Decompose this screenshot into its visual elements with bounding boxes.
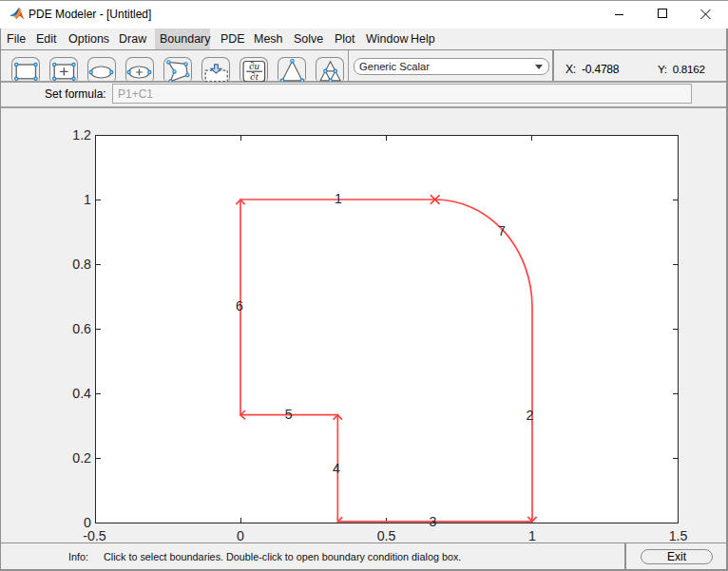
svg-text:0.4: 0.4 <box>72 386 91 401</box>
svg-text:1: 1 <box>335 191 342 206</box>
svg-text:3: 3 <box>429 514 436 529</box>
svg-text:0.6: 0.6 <box>72 321 91 336</box>
svg-text:-0.5: -0.5 <box>83 528 106 543</box>
svg-text:7: 7 <box>498 223 506 238</box>
svg-text:0.2: 0.2 <box>72 450 91 466</box>
svg-text:1.2: 1.2 <box>72 127 91 143</box>
svg-text:0.5: 0.5 <box>377 528 396 543</box>
svg-text:1: 1 <box>84 192 91 207</box>
svg-text:5: 5 <box>285 407 293 422</box>
svg-text:0.8: 0.8 <box>72 257 91 272</box>
svg-text:2: 2 <box>527 408 534 423</box>
svg-text:1.5: 1.5 <box>669 528 688 543</box>
svg-text:4: 4 <box>333 461 340 476</box>
svg-text:1: 1 <box>528 528 536 543</box>
svg-text:6: 6 <box>236 298 243 314</box>
svg-text:0: 0 <box>237 528 244 543</box>
